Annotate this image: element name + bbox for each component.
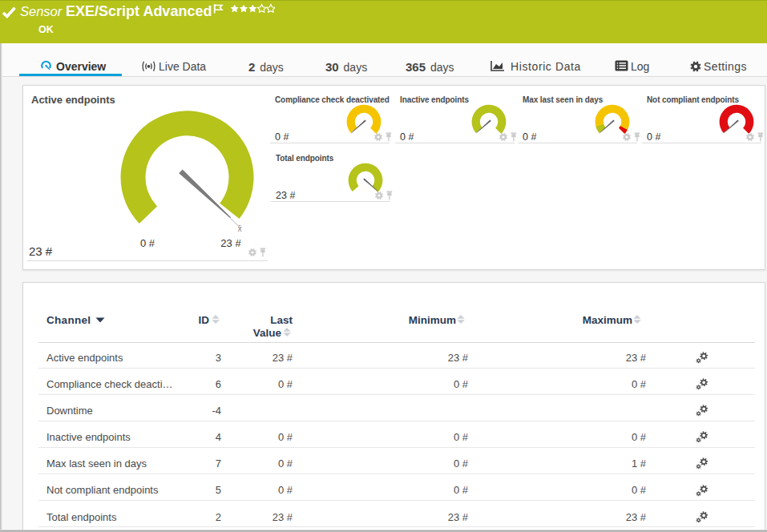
svg-text:x̄: x̄ — [237, 224, 242, 233]
